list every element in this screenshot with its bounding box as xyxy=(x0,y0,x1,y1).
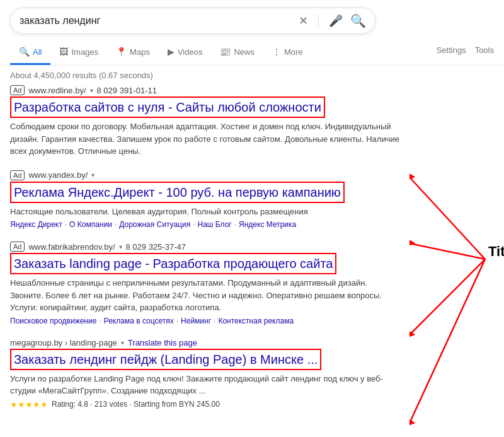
result-phone-1: 8 029 391-01-11 xyxy=(97,86,157,95)
tab-images[interactable]: 🖼 Images xyxy=(50,40,107,65)
svg-line-3 xyxy=(410,259,485,423)
result-title-2[interactable]: Реклама Яндекс.Директ - 100 руб. на перв… xyxy=(10,182,345,203)
result-organic-1: megagroup.by › landing-page ▾ Translate … xyxy=(10,338,399,409)
result-desc-1: Соблюдаем сроки по договору. Мобильная а… xyxy=(10,120,399,158)
result-links-2: Яндекс Директ · О Компании · Дорожная Си… xyxy=(10,220,399,229)
search-icons: ✕ 🎤 🔍 xyxy=(299,13,366,28)
svg-line-2 xyxy=(410,259,485,335)
rating-text-1: Rating: 4.8 · 213 votes · Starting from … xyxy=(52,400,220,409)
results-container: Ad www.redline.by/ ▾ 8 029 391-01-11 Раз… xyxy=(0,83,410,432)
result-link-3-1[interactable]: Реклама в соцсетях xyxy=(104,317,174,325)
tab-news-label: News xyxy=(234,47,255,57)
settings-link[interactable]: Settings xyxy=(437,45,466,55)
search-input[interactable] xyxy=(20,15,299,26)
result-desc-2: Настоящие пользователи. Целевая аудитори… xyxy=(10,206,399,218)
divider xyxy=(318,15,319,27)
result-title-4[interactable]: Заказать лендинг пейдж (Landing Page) в … xyxy=(10,349,321,370)
result-meta-3: Ad www.fabrikabrendov.by/ ▾ 8 029 325-37… xyxy=(10,242,399,252)
result-meta-1: Ad www.redline.by/ ▾ 8 029 391-01-11 xyxy=(10,85,399,95)
result-ad-1: Ad www.redline.by/ ▾ 8 029 391-01-11 Раз… xyxy=(10,85,399,158)
ad-label-1: Ad xyxy=(10,85,25,95)
tab-more[interactable]: ⋮ More xyxy=(263,40,312,65)
rating-stars-1: ★★★★★ xyxy=(10,400,48,409)
nav-right: Settings Tools xyxy=(437,45,494,60)
more-tab-icon: ⋮ xyxy=(272,47,281,57)
result-links-3: Поисковое продвижение · Реклама в соцсет… xyxy=(10,317,399,325)
domain-dropdown-3[interactable]: ▾ xyxy=(119,243,122,250)
result-link-2-4[interactable]: Яндекс Метрика xyxy=(239,220,296,229)
tab-maps-label: Maps xyxy=(130,47,150,57)
result-link-3-3[interactable]: Контекстная реклама xyxy=(218,317,294,325)
result-phone-3: 8 029 325-37-47 xyxy=(126,242,186,252)
result-breadcrumb-1: megagroup.by › landing-page ▾ Translate … xyxy=(10,338,399,347)
maps-tab-icon: 📍 xyxy=(116,47,127,57)
result-title-1[interactable]: Разработка сайтов с нуля - Сайты любой с… xyxy=(10,96,325,118)
annotation-area: Title xyxy=(410,83,504,432)
news-tab-icon: 📰 xyxy=(220,47,231,57)
mic-icon[interactable]: 🎤 xyxy=(329,14,343,28)
title-annotation-label: Title xyxy=(488,243,504,260)
result-link-2-0[interactable]: Яндекс Директ xyxy=(10,220,62,229)
tab-videos[interactable]: ▶ Videos xyxy=(159,40,212,65)
domain-dropdown-1[interactable]: ▾ xyxy=(90,87,93,94)
ad-label-2: Ad xyxy=(10,170,25,180)
result-desc-4: Услуги по разработке Landing Page под кл… xyxy=(10,373,399,397)
tools-link[interactable]: Tools xyxy=(475,45,494,55)
result-link-3-2[interactable]: Нейминг xyxy=(181,317,211,325)
result-link-3-0[interactable]: Поисковое продвижение xyxy=(10,317,96,325)
result-link-2-1[interactable]: О Компании xyxy=(69,220,112,229)
tab-maps[interactable]: 📍 Maps xyxy=(107,40,159,65)
tab-videos-label: Videos xyxy=(178,47,203,57)
translate-link-1[interactable]: Translate this page xyxy=(128,338,197,347)
ad-label-3: Ad xyxy=(10,242,25,252)
result-link-2-2[interactable]: Дорожная Ситуация xyxy=(119,220,190,229)
tab-news[interactable]: 📰 News xyxy=(211,40,263,65)
breadcrumb-dropdown-1[interactable]: ▾ xyxy=(121,339,124,346)
tab-all-label: All xyxy=(33,47,42,57)
result-ad-3: Ad www.fabrikabrendov.by/ ▾ 8 029 325-37… xyxy=(10,242,399,325)
annotation-arrows xyxy=(410,120,504,432)
search-submit-icon[interactable]: 🔍 xyxy=(350,13,366,28)
result-link-2-3[interactable]: Наш Блог xyxy=(198,220,232,229)
result-domain-2[interactable]: www.yandex.by/ xyxy=(28,170,88,180)
tab-more-label: More xyxy=(284,47,303,57)
result-domain-3[interactable]: www.fabrikabrendov.by/ xyxy=(28,242,115,252)
results-count: About 4,450,000 results (0.67 seconds) xyxy=(0,66,504,83)
result-domain-1[interactable]: www.redline.by/ xyxy=(28,86,86,95)
result-desc-3: Нешаблонные страницы с неприличными резу… xyxy=(10,277,399,314)
svg-marker-5 xyxy=(410,238,415,249)
breadcrumb-text-1: megagroup.by › landing-page xyxy=(10,338,117,347)
search-box: ✕ 🎤 🔍 xyxy=(10,8,375,34)
header: ✕ 🎤 🔍 🔍 All 🖼 Images 📍 Maps ▶ Vide xyxy=(0,0,504,66)
domain-dropdown-2[interactable]: ▾ xyxy=(91,172,94,178)
result-title-3[interactable]: Заказать landing page - Разработка прода… xyxy=(10,253,336,274)
tab-all[interactable]: 🔍 All xyxy=(10,40,50,65)
tab-images-label: Images xyxy=(71,47,98,57)
images-tab-icon: 🖼 xyxy=(59,47,68,57)
all-tab-icon: 🔍 xyxy=(19,47,30,57)
search-bar-row: ✕ 🎤 🔍 xyxy=(10,8,494,34)
result-ad-2: Ad www.yandex.by/ ▾ Реклама Яндекс.Дирек… xyxy=(10,170,399,230)
result-meta-2: Ad www.yandex.by/ ▾ xyxy=(10,170,399,180)
nav-tabs: 🔍 All 🖼 Images 📍 Maps ▶ Videos 📰 News ⋮ xyxy=(10,40,312,65)
svg-line-0 xyxy=(410,177,485,259)
clear-icon[interactable]: ✕ xyxy=(299,14,308,28)
rating-row-1: ★★★★★ Rating: 4.8 · 213 votes · Starting… xyxy=(10,400,399,409)
videos-tab-icon: ▶ xyxy=(168,47,175,57)
